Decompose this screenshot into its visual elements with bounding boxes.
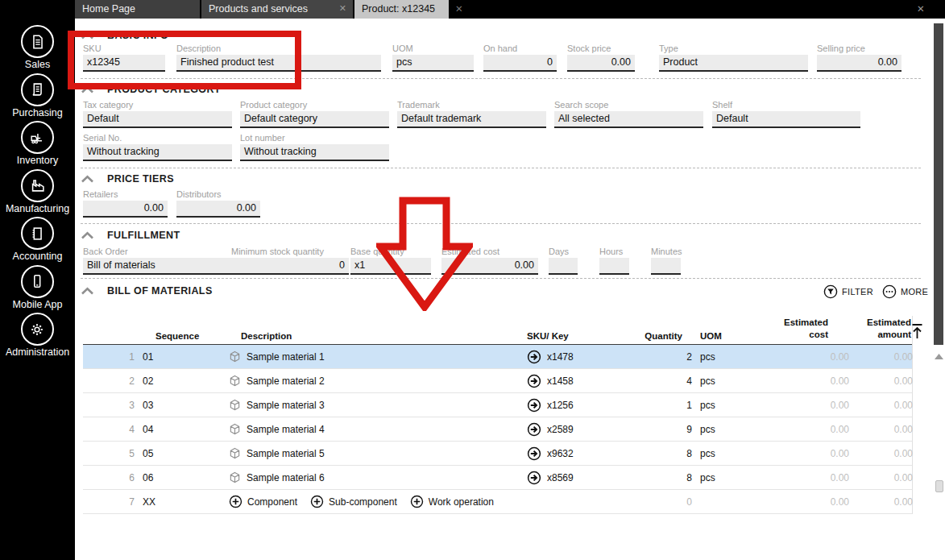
field-label: Minimum stock quantity <box>231 247 349 257</box>
close-icon[interactable]: ✕ <box>334 3 346 19</box>
trademark-input[interactable]: Default trademark <box>397 111 546 128</box>
uom-input[interactable]: pcs <box>392 55 474 72</box>
estimated-amount-cell: 0.00 <box>849 375 913 387</box>
section-bill-of-materials-header[interactable]: BILL OF MATERIALS <box>81 284 213 297</box>
page-scrollbar-thumb[interactable] <box>934 23 943 345</box>
scrollbar-up-arrow-icon[interactable] <box>935 348 943 363</box>
estimated-cost-input[interactable]: 0.00 <box>441 258 538 275</box>
field-label: On hand <box>483 44 557 54</box>
sidebar-item-manufacturing[interactable]: Manufacturing <box>6 169 69 218</box>
filter-button-label: FILTER <box>842 287 873 297</box>
sidebar-item-administration[interactable]: Administration <box>6 313 69 361</box>
tab-product-x12345[interactable]: Product: x12345 <box>354 0 449 19</box>
scroll-to-top-icon[interactable] <box>910 323 924 343</box>
trademark-field: Trademark Default trademark <box>397 100 546 128</box>
description-cell: Sample material 6 <box>247 472 325 483</box>
plus-circle-icon <box>310 495 324 508</box>
chevron-up-icon <box>81 175 94 183</box>
sidebar-item-inventory[interactable]: Inventory <box>17 121 58 169</box>
tab-label: Product: x12345 <box>362 3 435 19</box>
description-cell: Sample material 1 <box>247 351 325 363</box>
table-row[interactable]: 1 01 Sample material 1 x1478 2 pcs 0.00 … <box>83 345 912 369</box>
chevron-up-icon <box>81 287 94 295</box>
row-number: 7 <box>83 496 135 508</box>
product-category-input[interactable]: Default category <box>240 111 389 128</box>
chevron-up-icon <box>81 85 94 93</box>
uom-cell: pcs <box>692 400 777 411</box>
serial-no-input[interactable]: Without tracking <box>83 144 232 161</box>
column-header-quantity[interactable]: Quantity <box>618 331 692 341</box>
estimated-amount-cell: 0.00 <box>849 351 913 363</box>
description-input[interactable]: Finished product test <box>176 55 381 72</box>
sidebar-item-mobile-app[interactable]: Mobile App <box>13 265 63 313</box>
column-header-description[interactable]: Description <box>227 331 497 341</box>
section-basic-info-header[interactable]: BASIC INFO <box>81 29 168 42</box>
distributors-field: Distributors 0.00 <box>176 189 260 218</box>
distributors-input[interactable]: 0.00 <box>176 201 260 218</box>
column-header-sku-key[interactable]: SKU/ Key <box>497 331 618 341</box>
base-quantity-input[interactable]: x1 <box>350 258 431 275</box>
column-header-estimated-cost[interactable]: Estimated cost <box>777 317 849 341</box>
add-component-button[interactable]: Component <box>229 495 297 508</box>
add-sub-component-button[interactable]: Sub-component <box>310 495 397 508</box>
column-header-sequence[interactable]: Sequence <box>135 331 227 341</box>
column-header-estimated-amount[interactable]: Estimated amount <box>849 317 913 341</box>
open-record-arrow-icon[interactable] <box>527 374 541 388</box>
retailers-input[interactable]: 0.00 <box>83 201 168 218</box>
row-number: 5 <box>83 448 135 459</box>
sidebar-item-purchasing[interactable]: Purchasing <box>12 73 63 122</box>
table-row[interactable]: 6 06 Sample material 6 x8569 8 pcs 0.00 … <box>83 466 912 490</box>
open-record-arrow-icon[interactable] <box>527 471 541 485</box>
on-hand-input[interactable]: 0 <box>483 55 557 72</box>
minutes-input[interactable] <box>651 258 681 275</box>
tab-products-and-services[interactable]: Products and services ✕ <box>201 0 353 19</box>
search-scope-input[interactable]: All selected <box>554 111 703 128</box>
lot-number-input[interactable]: Without tracking <box>240 144 389 161</box>
stock-price-input[interactable]: 0.00 <box>567 55 635 72</box>
table-row[interactable]: 2 02 Sample material 2 x1458 4 pcs 0.00 … <box>83 369 912 393</box>
more-button[interactable]: MORE <box>882 284 928 300</box>
open-record-arrow-icon[interactable] <box>527 446 541 461</box>
close-icon[interactable]: ✕ <box>455 3 463 15</box>
sidebar-item-sales[interactable]: Sales <box>21 25 54 73</box>
estimated-cost-cell: 0.00 <box>777 448 849 459</box>
sku-input[interactable]: x12345 <box>83 55 165 72</box>
uom-cell: pcs <box>692 448 777 459</box>
app-window: Sales Purchasing Inventory Manufacturing… <box>0 0 945 560</box>
section-price-tiers-header[interactable]: PRICE TIERS <box>81 172 174 185</box>
sidebar-item-accounting[interactable]: Accounting <box>13 217 63 265</box>
filter-button[interactable]: FILTER <box>823 284 873 300</box>
type-input[interactable]: Product <box>659 55 808 72</box>
selling-price-input[interactable]: 0.00 <box>817 55 901 72</box>
back-order-input[interactable]: Bill of materials <box>83 258 232 275</box>
table-new-row[interactable]: 7 XX Component Sub-component Work operat… <box>83 490 912 514</box>
description-cell: Sample material 3 <box>247 400 325 411</box>
open-record-arrow-icon[interactable] <box>527 350 541 364</box>
minutes-field: Minutes <box>651 247 681 275</box>
sidebar-item-label: Sales <box>25 59 50 70</box>
plus-circle-icon <box>229 495 242 508</box>
hours-input[interactable] <box>599 258 629 275</box>
window-close-icon[interactable]: ✕ <box>917 3 925 15</box>
table-scrollbar-thumb[interactable] <box>935 480 943 492</box>
section-product-category-header[interactable]: PRODUCT CATEGORY <box>81 83 221 96</box>
table-row[interactable]: 5 05 Sample material 5 x9632 8 pcs 0.00 … <box>83 442 912 466</box>
section-fulfillment-header[interactable]: FULFILLMENT <box>81 229 180 242</box>
table-row[interactable]: 4 04 Sample material 4 x2589 9 pcs 0.00 … <box>83 417 912 442</box>
quantity-cell: 0 <box>618 496 692 508</box>
tab-home-page[interactable]: Home Page <box>75 0 200 19</box>
field-label: Description <box>176 44 381 54</box>
sequence-cell: XX <box>135 496 227 508</box>
column-header-uom[interactable]: UOM <box>692 331 777 341</box>
table-row[interactable]: 3 03 Sample material 3 x1256 1 pcs 0.00 … <box>83 393 912 417</box>
open-record-arrow-icon[interactable] <box>527 422 541 437</box>
minimum-stock-quantity-input[interactable]: 0 <box>231 258 349 275</box>
add-work-operation-button[interactable]: Work operation <box>410 495 494 508</box>
stock-price-field: Stock price 0.00 <box>567 44 635 72</box>
sku-cell: x1256 <box>547 400 574 411</box>
sequence-cell: 06 <box>135 472 227 483</box>
tax-category-input[interactable]: Default <box>83 111 232 128</box>
days-input[interactable] <box>549 258 578 275</box>
open-record-arrow-icon[interactable] <box>527 398 541 413</box>
shelf-input[interactable]: Default <box>712 111 860 128</box>
